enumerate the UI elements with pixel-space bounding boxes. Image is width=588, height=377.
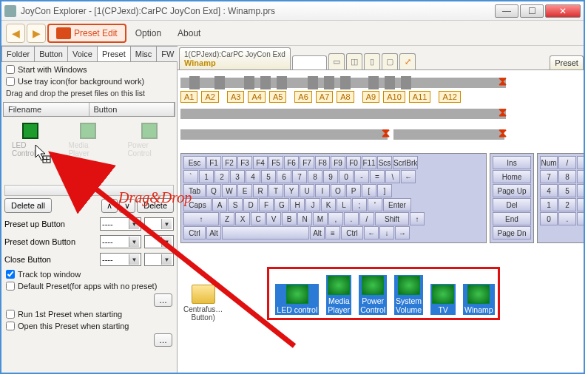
timeline-bar-3a[interactable]: ⧗ bbox=[180, 129, 388, 140]
key[interactable]: ↑ bbox=[183, 212, 219, 225]
tag-a3[interactable]: A3 bbox=[227, 91, 244, 103]
key[interactable]: 7 bbox=[540, 170, 558, 183]
key[interactable]: / bbox=[359, 212, 374, 225]
key[interactable]: C bbox=[251, 212, 266, 225]
key[interactable]: F5 bbox=[268, 156, 283, 169]
key[interactable]: 8 bbox=[558, 170, 576, 183]
preset-up-combo2[interactable]: ▼ bbox=[144, 217, 174, 231]
tag-a5[interactable]: A5 bbox=[269, 91, 286, 103]
tool-icon-2[interactable]: ◫ bbox=[346, 53, 362, 69]
key[interactable] bbox=[222, 226, 309, 240]
key[interactable]: Esc bbox=[183, 156, 206, 169]
key[interactable]: F9 bbox=[331, 156, 345, 169]
key[interactable]: 9 bbox=[323, 170, 338, 183]
key[interactable]: 3 bbox=[230, 170, 245, 183]
list-item-power[interactable]: Power Control bbox=[127, 123, 171, 157]
key[interactable]: Alt bbox=[206, 226, 221, 240]
key[interactable]: ' bbox=[368, 198, 382, 211]
key[interactable]: ← bbox=[401, 170, 416, 183]
preset-down-combo2[interactable]: ▼ bbox=[144, 235, 174, 248]
maximize-button[interactable]: ☐ bbox=[520, 4, 544, 18]
key[interactable]: tr bbox=[577, 212, 584, 225]
key[interactable]: W bbox=[222, 184, 237, 197]
key[interactable]: End bbox=[493, 212, 531, 225]
tab-fw[interactable]: FW bbox=[156, 46, 179, 61]
tool-icon-4[interactable]: ▢ bbox=[382, 53, 398, 69]
ins-block[interactable]: InsHomePage UpDelEndPage Dn bbox=[490, 153, 534, 243]
tag-a12[interactable]: A12 bbox=[439, 91, 461, 103]
file-winamp[interactable]: Winamp bbox=[463, 284, 495, 315]
file-tv[interactable]: TV bbox=[430, 284, 456, 315]
key[interactable]: Scs bbox=[377, 156, 392, 169]
tag-a7[interactable]: A7 bbox=[316, 91, 333, 103]
key[interactable]: Del bbox=[493, 198, 531, 211]
about-button[interactable]: About bbox=[170, 24, 208, 43]
tool-icon-5[interactable]: ⤢ bbox=[399, 53, 416, 69]
key[interactable]: Q bbox=[206, 184, 221, 197]
blank-tab[interactable] bbox=[292, 55, 328, 69]
file-media[interactable]: Media Player bbox=[326, 275, 351, 315]
tool-icon-1[interactable]: ▭ bbox=[328, 53, 345, 69]
file-system[interactable]: System Volume bbox=[394, 275, 423, 315]
close-button-combo[interactable]: ----▼ bbox=[100, 253, 141, 266]
list-item-led[interactable]: LED Control bbox=[12, 123, 49, 157]
tab-folder[interactable]: Folder bbox=[1, 46, 35, 61]
key[interactable]: → bbox=[395, 226, 410, 240]
tag-a8[interactable]: A8 bbox=[337, 91, 354, 103]
tab-voice[interactable]: Voice bbox=[67, 46, 98, 61]
preset-edit-button[interactable]: Preset Edit bbox=[47, 24, 126, 43]
key[interactable]: O bbox=[331, 184, 345, 197]
key[interactable]: E bbox=[237, 184, 252, 197]
device-tab[interactable]: 1(CPJexd):CarPC JoyCon ExdWinamp bbox=[179, 47, 291, 69]
key[interactable]: Ins bbox=[493, 156, 531, 169]
nav-back-button[interactable]: ◀ bbox=[6, 24, 25, 43]
key[interactable]: = bbox=[370, 170, 385, 183]
key[interactable]: Tab bbox=[183, 184, 206, 197]
preset-drop-list[interactable]: LED Control Media Player Power Control bbox=[3, 118, 175, 185]
key[interactable]: M bbox=[313, 212, 328, 225]
key[interactable]: Shift bbox=[375, 212, 409, 225]
key[interactable]: ScrlBrk bbox=[393, 156, 418, 169]
key[interactable]: Z bbox=[220, 212, 234, 225]
key[interactable]: F4 bbox=[253, 156, 268, 169]
delete-all-button[interactable]: Delete all bbox=[4, 198, 52, 213]
key[interactable]: * bbox=[577, 156, 584, 169]
main-keyboard[interactable]: EscF1F2F3F4F5F6F7F8F9F0F11ScsScrlBrk`123… bbox=[180, 153, 487, 243]
key[interactable]: Home bbox=[493, 170, 531, 183]
key[interactable]: 5 bbox=[261, 170, 276, 183]
tag-a6[interactable]: A6 bbox=[294, 91, 311, 103]
use-tray-checkbox[interactable]: Use tray icon(for background work) bbox=[3, 75, 175, 87]
nav-forward-button[interactable]: ▶ bbox=[27, 24, 46, 43]
key[interactable]: F1 bbox=[206, 156, 221, 169]
minimize-button[interactable]: — bbox=[495, 4, 518, 18]
key[interactable]: P bbox=[346, 184, 361, 197]
key[interactable]: F3 bbox=[237, 156, 252, 169]
key[interactable]: F0 bbox=[346, 156, 361, 169]
start-windows-checkbox[interactable]: Start with Windows bbox=[3, 64, 175, 75]
key[interactable]: ` bbox=[183, 170, 198, 183]
key[interactable]: ↓ bbox=[379, 226, 394, 240]
key[interactable]: 5 bbox=[558, 184, 576, 197]
key[interactable]: 6 bbox=[277, 170, 291, 183]
tab-button[interactable]: Button bbox=[34, 46, 68, 61]
key[interactable]: X bbox=[235, 212, 250, 225]
tab-preset[interactable]: Preset bbox=[97, 46, 131, 61]
tag-a4[interactable]: A4 bbox=[248, 91, 265, 103]
key[interactable]: 9 bbox=[577, 170, 584, 183]
key[interactable]: Enter bbox=[383, 198, 411, 211]
key[interactable]: Page Dn bbox=[493, 226, 531, 240]
tool-icon-3[interactable]: ▯ bbox=[364, 53, 380, 69]
key[interactable]: 0 bbox=[339, 170, 354, 183]
key[interactable]: Caps bbox=[183, 198, 212, 211]
marker-icon[interactable]: ⧗ bbox=[382, 129, 389, 140]
key[interactable]: Ctrl bbox=[341, 226, 363, 240]
key[interactable]: G bbox=[274, 198, 289, 211]
key[interactable]: H bbox=[290, 198, 305, 211]
key[interactable]: 1 bbox=[199, 170, 214, 183]
key[interactable]: 4 bbox=[246, 170, 260, 183]
tab-preset-right[interactable]: Preset bbox=[550, 55, 584, 69]
key[interactable]: F7 bbox=[300, 156, 314, 169]
file-power[interactable]: Power Control bbox=[359, 275, 387, 315]
key[interactable]: R bbox=[253, 184, 268, 197]
key[interactable]: [ bbox=[362, 184, 376, 197]
